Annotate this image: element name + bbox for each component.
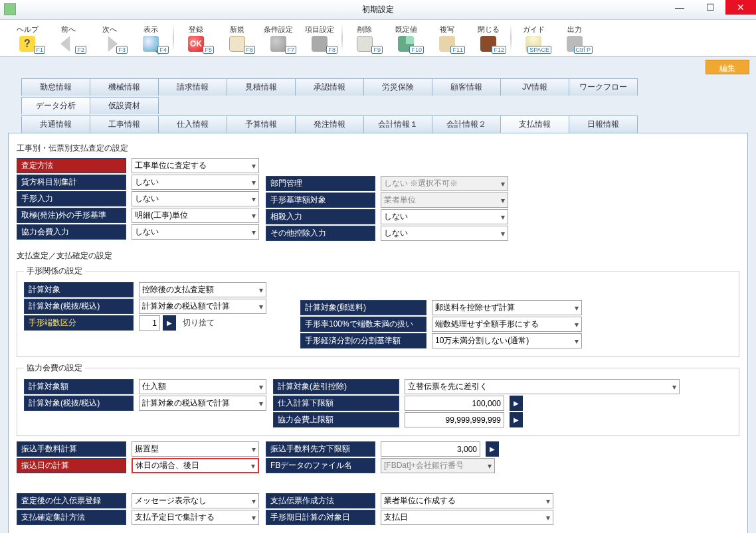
tab-労災保険[interactable]: 労災保険 [363, 78, 432, 96]
step-lower[interactable]: ▶ [510, 396, 523, 411]
sel-post[interactable]: 郵送料を控除せず計算 [432, 300, 582, 315]
lbl-post: 計算対象(郵送料) [300, 300, 426, 315]
main-panel: 工事別・伝票別支払査定の設定 査定方法工事単位に査定する 貸方科目別集計しない … [8, 133, 748, 533]
sel-ctax[interactable]: 計算対象の税込額で計算 [139, 396, 266, 411]
sel-method[interactable]: 工事単位に査定する [132, 158, 259, 173]
lbl-date: 振込日の計算 [17, 458, 126, 473]
tab-予算情報[interactable]: 予算情報 [227, 115, 296, 133]
window-title: 初期設定 [362, 4, 394, 15]
tab-共通情報[interactable]: 共通情報 [21, 115, 90, 133]
sel-fee[interactable]: 据置型 [132, 441, 259, 457]
tab-顧客情報[interactable]: 顧客情報 [432, 78, 501, 96]
sel-calc[interactable]: 控除後の支払査定額 [139, 282, 266, 297]
tab-見積情報[interactable]: 見積情報 [227, 78, 296, 96]
tab-勤怠情報[interactable]: 勤怠情報 [21, 78, 90, 96]
step-frac[interactable]: ▶ [163, 315, 176, 331]
input-frac[interactable] [139, 315, 160, 331]
register-button[interactable]: 登録OKF5 [175, 21, 217, 55]
lbl-offset: 相殺入力 [266, 209, 375, 224]
sel-due[interactable]: 支払日 [381, 510, 553, 525]
input-feelow[interactable] [381, 441, 480, 457]
section1-title: 工事別・伝票別支払査定の設定 [17, 143, 739, 154]
sel-coop[interactable]: しない [132, 224, 259, 240]
output-button[interactable]: 出力Ctrl P [554, 21, 595, 55]
edit-button[interactable]: 編集 [706, 60, 749, 74]
sel-fb: [FBDat]+会社銀行番号 [381, 458, 495, 473]
display-button[interactable]: 表示F4 [130, 21, 171, 55]
sel-tax[interactable]: 計算対象の税込額で計算 [139, 299, 266, 314]
sel-dept: しない ※選択不可※ [381, 176, 508, 191]
sel-billbase: 業者単位 [381, 192, 508, 208]
delete-button[interactable]: 削除F9 [344, 21, 385, 55]
minimize-button[interactable]: — [664, 0, 695, 15]
lbl-lower: 仕入計算下限額 [273, 396, 399, 411]
tab-仕入情報[interactable]: 仕入情報 [158, 115, 227, 133]
sel-other[interactable]: しない [381, 226, 508, 241]
step-upper[interactable]: ▶ [510, 412, 523, 427]
sel-offset[interactable]: しない [381, 209, 508, 224]
tab-日報情報[interactable]: 日報情報 [569, 115, 638, 133]
legend-bill: 手形関係の設定 [24, 266, 85, 277]
tab-仮設資材[interactable]: 仮設資材 [90, 97, 159, 114]
help-button[interactable]: ヘルプ?F1 [7, 21, 48, 55]
tab-ワークフロー[interactable]: ワークフロー [569, 78, 638, 96]
lbl-coop: 協力会費入力 [17, 224, 126, 240]
lbl-due: 手形期日計算の対象日 [266, 510, 375, 525]
lbl-fix: 支払確定集計方法 [17, 510, 126, 525]
prev-button[interactable]: 前へF2 [48, 21, 89, 55]
sel-100[interactable]: 端数処理せず全額手形にする [432, 317, 582, 332]
static-frac: 切り捨て [179, 316, 294, 330]
lbl-credit: 貸方科目別集計 [17, 175, 126, 190]
maximize-button[interactable]: ☐ [695, 0, 725, 15]
tab-承認情報[interactable]: 承認情報 [295, 78, 364, 96]
input-lower[interactable] [405, 396, 504, 411]
close-button[interactable]: ✕ [725, 0, 756, 15]
tab-工事情報[interactable]: 工事情報 [90, 115, 159, 133]
tab-row-top: 勤怠情報機械情報請求情報見積情報承認情報労災保険顧客情報JV情報ワークフロー [8, 78, 748, 96]
guide-button[interactable]: ガイドSPACE [513, 21, 554, 55]
tab-データ分析[interactable]: データ分析 [21, 97, 90, 114]
sel-outorder[interactable]: 明細(工事)単位 [132, 208, 259, 223]
lbl-billbase: 手形基準額対象 [266, 192, 375, 208]
titlebar: 初期設定 — ☐ ✕ [0, 0, 756, 20]
lbl-upper: 協力会費上限額 [273, 412, 399, 427]
toolbar: ヘルプ?F1 前へF2 次へF3 表示F4 登録OKF5 新規F6 条件設定F7… [0, 20, 756, 57]
tab-row-mid: データ分析仮設資材 [8, 97, 748, 114]
sel-fix[interactable]: 支払予定日で集計する [132, 510, 259, 525]
sel-split[interactable]: 10万未満分割しない(通常) [432, 333, 582, 348]
copy-button[interactable]: 複写F11 [426, 21, 468, 55]
sel-cded[interactable]: 立替伝票を先に差引く [405, 379, 680, 394]
lbl-camt: 計算対象額 [24, 379, 134, 394]
lbl-cded: 計算対象(差引控除) [273, 379, 399, 394]
tab-発注情報[interactable]: 発注情報 [295, 115, 364, 133]
input-upper[interactable] [405, 412, 504, 427]
tab-請求情報[interactable]: 請求情報 [158, 78, 227, 96]
lbl-ctax: 計算対象(税抜/税込) [24, 396, 134, 411]
lbl-fb: FBデータのファイル名 [266, 458, 375, 473]
section2-title: 支払査定／支払確定の設定 [17, 250, 739, 262]
sel-make[interactable]: 業者単位に作成する [381, 493, 553, 508]
tab-支払情報[interactable]: 支払情報 [500, 115, 569, 133]
legend-coop: 協力会費の設定 [24, 362, 85, 374]
cond-button[interactable]: 条件設定F7 [258, 21, 299, 55]
close-menu-button[interactable]: 閉じるF12 [468, 21, 509, 55]
lbl-after: 査定後の仕入伝票登録 [17, 493, 126, 508]
sel-date[interactable]: 休日の場合、後日 [132, 458, 259, 473]
sel-after[interactable]: メッセージ表示なし [132, 493, 259, 508]
tab-JV情報[interactable]: JV情報 [500, 78, 569, 96]
next-button[interactable]: 次へF3 [89, 21, 130, 55]
tab-会計情報２[interactable]: 会計情報２ [432, 115, 501, 133]
tab-会計情報１[interactable]: 会計情報１ [363, 115, 432, 133]
step-feelow[interactable]: ▶ [486, 441, 499, 457]
sel-camt[interactable]: 仕入額 [139, 379, 266, 394]
tab-機械情報[interactable]: 機械情報 [90, 78, 159, 96]
sel-bill[interactable]: しない [132, 191, 259, 206]
default-button[interactable]: 既定値F10 [385, 21, 426, 55]
lbl-split: 手形経済分割の分割基準額 [300, 333, 426, 348]
item-button[interactable]: 項目設定F8 [299, 21, 340, 55]
lbl-bill: 手形入力 [17, 191, 126, 206]
lbl-make: 支払伝票作成方法 [266, 493, 375, 508]
new-button[interactable]: 新規F6 [217, 21, 258, 55]
sel-credit[interactable]: しない [132, 175, 259, 190]
lbl-outorder: 取極(発注)外の手形基準 [17, 208, 126, 223]
